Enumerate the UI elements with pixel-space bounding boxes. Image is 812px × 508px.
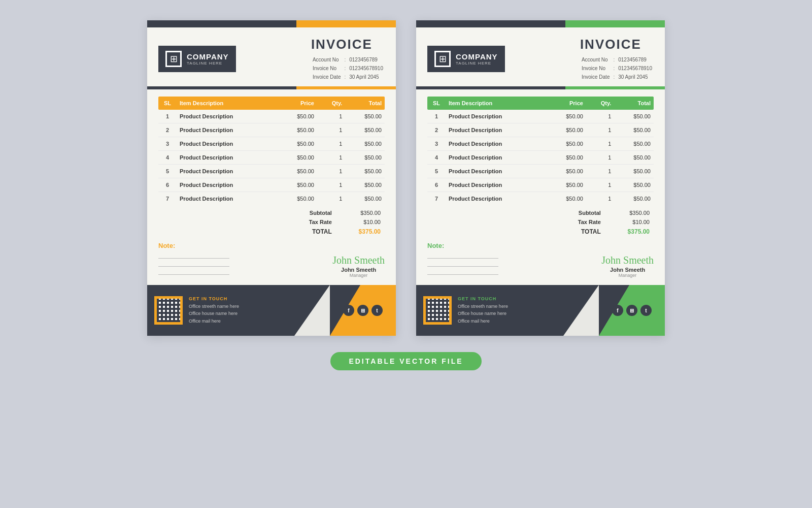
invoice-table-wrap-2: SL Item Description Price Qty. Total 1Pr… bbox=[416, 97, 665, 205]
top-bar-2 bbox=[416, 20, 665, 27]
account-label-2: Account No bbox=[580, 55, 612, 64]
note-sig-section-2: Note: John Smeeth John Smeeth Manager bbox=[416, 237, 665, 285]
company-name-1: COMPANY bbox=[187, 52, 229, 61]
totals-section-1: Subtotal $350.00 Tax Rate $10.00 TOTAL $… bbox=[147, 205, 396, 237]
addr-line-1b: Office house name here bbox=[189, 310, 239, 317]
cell-qty: 1 bbox=[586, 137, 614, 151]
th-total-2: Total bbox=[614, 97, 654, 110]
footer-content-2: GET IN TOUCH Office streeth name here Of… bbox=[416, 285, 515, 336]
invoice-title-1: INVOICE bbox=[311, 37, 385, 52]
cell-sl: 1 bbox=[427, 110, 446, 123]
cell-qty: 1 bbox=[586, 123, 614, 137]
invoice-header-1: COMPANY TAGLINE HERE INVOICE Account No … bbox=[147, 27, 396, 86]
note-block-1: Note: bbox=[158, 242, 229, 278]
footer-shape-white-1 bbox=[294, 285, 330, 336]
cell-desc: Product Description bbox=[177, 123, 278, 137]
cell-sl: 5 bbox=[427, 165, 446, 178]
social-co-1: ⊞ bbox=[357, 305, 368, 316]
divider-bar-2 bbox=[416, 86, 665, 89]
cell-total: $50.00 bbox=[614, 178, 654, 192]
cell-qty: 1 bbox=[317, 165, 345, 178]
cell-total: $50.00 bbox=[345, 137, 385, 151]
invoice-no-value-1: 012345678910 bbox=[348, 64, 385, 73]
table-row: 1Product Description$50.001$50.00 bbox=[427, 110, 654, 123]
cell-qty: 1 bbox=[586, 192, 614, 206]
cell-qty: 1 bbox=[317, 110, 345, 123]
top-bar-1 bbox=[147, 20, 396, 27]
note-block-2: Note: bbox=[427, 242, 498, 278]
invoice-footer-2: GET IN TOUCH Office streeth name here Of… bbox=[416, 285, 665, 336]
logo-text-1: COMPANY TAGLINE HERE bbox=[187, 52, 229, 66]
cell-desc: Product Description bbox=[177, 151, 278, 165]
total-value-1: $375.00 bbox=[336, 227, 385, 237]
sig-name-1: John Smeeth bbox=[332, 267, 385, 273]
table-row: 2Product Description$50.001$50.00 bbox=[427, 123, 654, 137]
top-bar-accent-1 bbox=[296, 20, 396, 27]
cell-qty: 1 bbox=[586, 178, 614, 192]
cell-total: $50.00 bbox=[345, 178, 385, 192]
cell-desc: Product Description bbox=[177, 110, 278, 123]
cell-desc: Product Description bbox=[177, 178, 278, 192]
sig-title-1: Manager bbox=[332, 273, 385, 278]
cell-qty: 1 bbox=[586, 165, 614, 178]
logo-box-2: COMPANY TAGLINE HERE bbox=[427, 46, 505, 72]
cell-price: $50.00 bbox=[278, 165, 317, 178]
cell-price: $50.00 bbox=[547, 178, 586, 192]
table-row: 4Product Description$50.001$50.00 bbox=[427, 151, 654, 165]
subtotal-value-2: $350.00 bbox=[605, 208, 654, 217]
footer-social-2: f ⊞ t bbox=[599, 285, 665, 336]
top-bar-dark-2 bbox=[416, 20, 565, 27]
cell-price: $50.00 bbox=[547, 137, 586, 151]
invoice-table-wrap-1: SL Item Description Price Qty. Total 1Pr… bbox=[147, 97, 396, 205]
cell-sl: 7 bbox=[427, 192, 446, 206]
th-price-2: Price bbox=[547, 97, 586, 110]
table-row: 2Product Description$50.001$50.00 bbox=[158, 123, 385, 137]
invoice-footer-1: GET IN TOUCH Office streeth name here Of… bbox=[147, 285, 396, 336]
note-sig-section-1: Note: John Smeeth John Smeeth Manager bbox=[147, 237, 396, 285]
cell-sl: 6 bbox=[158, 178, 177, 192]
cell-sl: 4 bbox=[427, 151, 446, 165]
taxrate-label-2: Tax Rate bbox=[562, 217, 605, 227]
qr-box-1 bbox=[154, 296, 183, 325]
cell-price: $50.00 bbox=[547, 151, 586, 165]
subtotal-value-1: $350.00 bbox=[336, 208, 385, 217]
addr-line-1c: Office mail here bbox=[189, 318, 239, 325]
cell-sl: 2 bbox=[427, 123, 446, 137]
cell-price: $50.00 bbox=[547, 123, 586, 137]
th-qty-2: Qty. bbox=[586, 97, 614, 110]
th-sl-2: SL bbox=[427, 97, 446, 110]
signature-block-1: John Smeeth John Smeeth Manager bbox=[332, 255, 385, 278]
subtotal-label-1: Subtotal bbox=[293, 208, 336, 217]
logo-text-2: COMPANY TAGLINE HERE bbox=[456, 52, 498, 66]
invoice-card-2: COMPANY TAGLINE HERE INVOICE Account No … bbox=[416, 20, 665, 336]
cell-desc: Product Description bbox=[446, 151, 547, 165]
cell-desc: Product Description bbox=[446, 165, 547, 178]
cell-sl: 5 bbox=[158, 165, 177, 178]
invoice-date-value-2: 30 April 2045 bbox=[617, 73, 654, 81]
invoice-date-label-1: Invoice Date bbox=[311, 73, 343, 81]
logo-icon-1 bbox=[165, 51, 182, 67]
invoice-no-value-2: 012345678910 bbox=[617, 64, 654, 73]
footer-shape-white-2 bbox=[563, 285, 599, 336]
cell-desc: Product Description bbox=[446, 110, 547, 123]
cell-price: $50.00 bbox=[547, 110, 586, 123]
invoice-date-value-1: 30 April 2045 bbox=[348, 73, 385, 81]
cell-total: $50.00 bbox=[614, 137, 654, 151]
invoice-meta-2: Account No : 0123456789 Invoice No : 012… bbox=[580, 55, 654, 81]
signature-block-2: John Smeeth John Smeeth Manager bbox=[601, 255, 654, 278]
footer-content-1: GET IN TOUCH Office streeth name here Of… bbox=[147, 285, 246, 336]
cell-desc: Product Description bbox=[446, 137, 547, 151]
tagline-1: TAGLINE HERE bbox=[187, 61, 229, 66]
top-bar-dark-1 bbox=[147, 20, 296, 27]
cell-sl: 3 bbox=[427, 137, 446, 151]
note-line-1 bbox=[158, 253, 229, 259]
sig-script-2: John Smeeth bbox=[601, 255, 654, 266]
get-in-touch-2: GET IN TOUCH bbox=[458, 296, 508, 301]
footer-social-1: f ⊞ t bbox=[330, 285, 396, 336]
cell-qty: 1 bbox=[317, 192, 345, 206]
note-label-2: Note: bbox=[427, 242, 498, 249]
cell-price: $50.00 bbox=[278, 178, 317, 192]
invoices-container: COMPANY TAGLINE HERE INVOICE Account No … bbox=[147, 20, 665, 336]
addr-line-1a: Office streeth name here bbox=[189, 303, 239, 310]
cell-qty: 1 bbox=[586, 110, 614, 123]
